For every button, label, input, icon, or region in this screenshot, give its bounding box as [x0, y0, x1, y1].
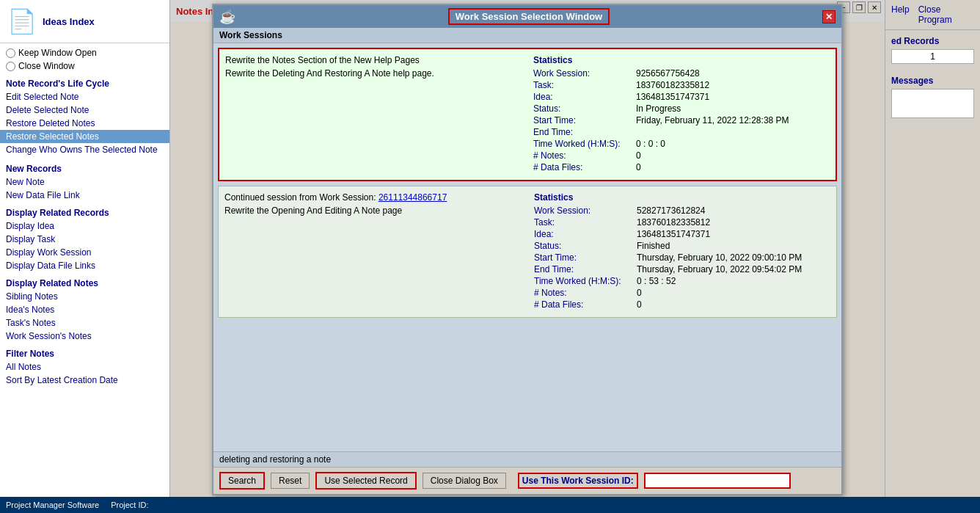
sidebar: 📄 Ideas Index Keep Window Open Close Win…: [0, 0, 170, 513]
stat-label: Task:: [534, 217, 637, 228]
stat-label: Idea:: [534, 229, 637, 239]
stat-row: Idea:136481351747371: [534, 229, 830, 239]
sidebar-item-new-data-file-link[interactable]: New Data File Link: [0, 189, 169, 202]
session-2-stats-table: Work Session:52827173612824 Task:1837601…: [534, 205, 830, 310]
ideas-index-icon: 📄: [7, 7, 37, 35]
stat-row: # Data Files:0: [533, 162, 830, 172]
stat-value: 136481351747371: [637, 229, 710, 239]
stat-value: Finished: [637, 241, 670, 251]
records-label: ed Records: [891, 36, 974, 46]
stat-row: Task:183760182335812: [534, 217, 830, 228]
session-2-stats: Statistics Work Session:52827173612824 T…: [528, 186, 836, 317]
display-related-records-section: Display Related Records: [0, 205, 169, 219]
stat-row: Status:In Progress: [533, 103, 830, 114]
sidebar-item-all-notes[interactable]: All Notes: [0, 360, 169, 374]
stat-row: End Time:: [533, 127, 830, 137]
work-session-id-label: Use This Work Session ID:: [518, 473, 638, 489]
session-1-stats: Statistics Work Session:9256567756428 Ta…: [527, 49, 835, 180]
stat-label: Task:: [533, 80, 636, 90]
work-sessions-section-label: Work Sessions: [213, 28, 841, 43]
stat-row: Start Time:Thursday, February 10, 2022 0…: [534, 252, 830, 263]
dialog-title: Work Session Selection Window: [448, 8, 610, 25]
sidebar-item-ideas-notes[interactable]: Idea's Notes: [0, 303, 169, 316]
right-panel-records: ed Records 1: [885, 30, 980, 70]
help-link[interactable]: Help: [891, 4, 910, 25]
stat-row: End Time:Thursday, February 10, 2022 09:…: [534, 264, 830, 274]
dialog-titlebar: ☕ Work Session Selection Window ✕: [213, 5, 841, 28]
dialog-java-icon: ☕: [219, 9, 235, 25]
sessions-list[interactable]: Rewrite the Notes Section of the New Hel…: [213, 43, 841, 451]
stat-label: Work Session:: [533, 68, 636, 79]
right-panel-messages: Messages: [885, 70, 980, 124]
session-2-continued: Continued session from Work Session: 261…: [224, 192, 522, 203]
work-session-id-input[interactable]: [644, 473, 791, 489]
status-project-manager: Project Manager Software: [6, 501, 99, 509]
sidebar-item-display-task[interactable]: Display Task: [0, 233, 169, 246]
stat-value: 136481351747371: [636, 92, 709, 102]
session-1-stats-table: Work Session:9256567756428 Task:18376018…: [533, 68, 830, 172]
sidebar-item-delete-note[interactable]: Delete Selected Note: [0, 103, 169, 117]
session-record-2[interactable]: Continued session from Work Session: 261…: [218, 186, 837, 318]
reset-button[interactable]: Reset: [271, 473, 310, 489]
stat-value: 52827173612824: [637, 205, 705, 216]
stat-value: 183760182335812: [636, 80, 709, 90]
search-filter-text: deleting and restoring a note: [213, 451, 841, 467]
stat-label: Time Worked (H:M:S):: [534, 276, 637, 286]
stat-label: Status:: [533, 103, 636, 114]
sidebar-item-restore-selected[interactable]: Restore Selected Notes: [0, 130, 169, 143]
close-window-radio[interactable]: Close Window: [0, 59, 169, 73]
sidebar-item-change-owner[interactable]: Change Who Owns The Selected Note: [0, 143, 169, 158]
sidebar-item-new-note[interactable]: New Note: [0, 175, 169, 189]
app-background: Notes Index Window − ❐ ✕ 📄 Ideas Index K…: [0, 0, 980, 513]
search-button[interactable]: Search: [219, 472, 265, 490]
stat-row: Status:Finished: [534, 241, 830, 251]
stat-value: 183760182335812: [637, 217, 710, 228]
session-2-stats-title: Statistics: [534, 192, 830, 203]
session-1-left: Rewrite the Notes Section of the New Hel…: [219, 49, 527, 180]
sidebar-item-display-data-file-links[interactable]: Display Data File Links: [0, 259, 169, 272]
stat-value: 0: [637, 288, 642, 298]
sidebar-item-display-idea[interactable]: Display Idea: [0, 219, 169, 233]
sidebar-item-work-session-notes[interactable]: Work Session's Notes: [0, 330, 169, 343]
sidebar-item-tasks-notes[interactable]: Task's Notes: [0, 316, 169, 330]
session-2-link[interactable]: 26111344866717: [379, 192, 447, 203]
sidebar-item-display-work-session[interactable]: Display Work Session: [0, 246, 169, 259]
stat-value: 0: [636, 150, 641, 161]
stat-label: End Time:: [533, 127, 636, 137]
messages-label: Messages: [891, 76, 974, 86]
keep-window-open-radio[interactable]: Keep Window Open: [0, 46, 169, 59]
stat-label: Idea:: [533, 92, 636, 102]
stat-label: Work Session:: [534, 205, 637, 216]
messages-value: [891, 89, 974, 118]
session-1-desc-1: Rewrite the Notes Section of the New Hel…: [225, 55, 522, 65]
dialog-close-button[interactable]: ✕: [822, 10, 835, 23]
stat-row: # Notes:0: [534, 288, 830, 298]
dialog-container: ☕ Work Session Selection Window ✕ Work S…: [170, 4, 885, 497]
records-value: 1: [891, 49, 974, 64]
sidebar-item-restore-deleted[interactable]: Restore Deleted Notes: [0, 117, 169, 130]
stat-value: Friday, February 11, 2022 12:28:38 PM: [636, 115, 789, 125]
sidebar-item-sort-latest[interactable]: Sort By Latest Creation Date: [0, 374, 169, 387]
dialog-window: ☕ Work Session Selection Window ✕ Work S…: [212, 4, 843, 495]
stat-row: Time Worked (H:M:S):0 : 53 : 52: [534, 276, 830, 286]
close-dialog-button[interactable]: Close Dialog Box: [423, 473, 506, 489]
sidebar-item-sibling-notes[interactable]: Sibling Notes: [0, 290, 169, 303]
sidebar-item-edit-note[interactable]: Edit Selected Note: [0, 90, 169, 103]
stat-value: Thursday, February 10, 2022 09:54:02 PM: [637, 264, 802, 274]
close-program-link[interactable]: Close Program: [918, 4, 974, 25]
session-1-stats-title: Statistics: [533, 55, 830, 65]
session-1-desc-2: Rewrite the Deleting And Restoring A Not…: [225, 68, 522, 79]
display-related-notes-section: Display Related Notes: [0, 275, 169, 290]
stat-row: Start Time:Friday, February 11, 2022 12:…: [533, 115, 830, 125]
right-panel-links: Help Close Program: [885, 0, 980, 30]
dialog-buttons-row: Search Reset Use Selected Record Close D…: [213, 467, 841, 494]
new-records-section: New Records: [0, 161, 169, 175]
stat-value: 0 : 0 : 0: [636, 139, 665, 149]
sidebar-title[interactable]: Ideas Index: [43, 16, 95, 27]
use-selected-record-button[interactable]: Use Selected Record: [315, 472, 416, 490]
stat-label: Status:: [534, 241, 637, 251]
session-record-1[interactable]: Rewrite the Notes Section of the New Hel…: [218, 48, 837, 181]
stat-row: # Data Files:0: [534, 299, 830, 310]
stat-row: Work Session:52827173612824: [534, 205, 830, 216]
sidebar-header: 📄 Ideas Index: [0, 0, 169, 43]
